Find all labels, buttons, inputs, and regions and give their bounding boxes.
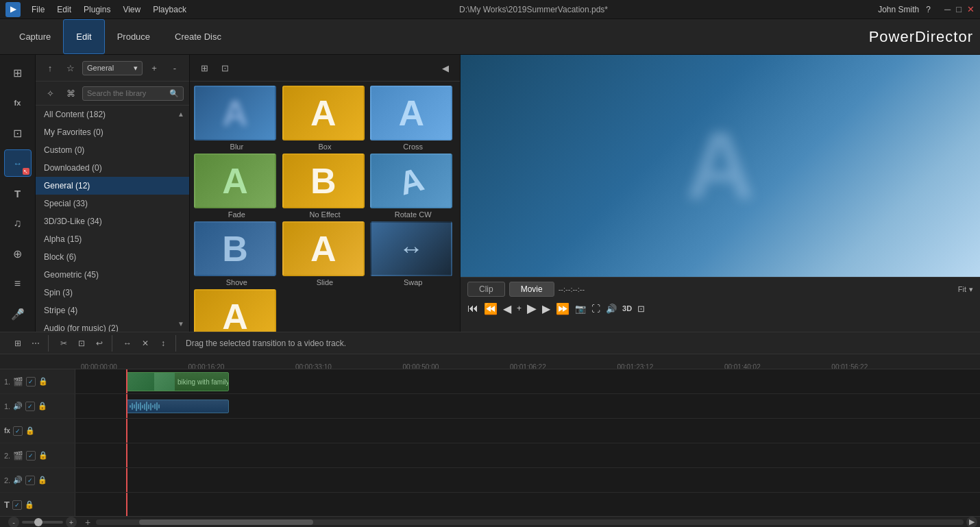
edit-btn[interactable]: Edit bbox=[63, 19, 104, 54]
pip-room-icon[interactable]: ⊡ bbox=[4, 119, 32, 147]
category-downloaded[interactable]: Downloaded (0) bbox=[36, 159, 189, 177]
prev-frame-btn[interactable]: ⏪ bbox=[484, 302, 498, 315]
transition-noeffect[interactable]: No Effect bbox=[282, 154, 368, 219]
zoom-in-btn[interactable]: + bbox=[66, 517, 77, 528]
category-3d[interactable]: 3D/3D-Like (34) bbox=[36, 212, 189, 230]
category-geometric[interactable]: Geometric (45) bbox=[36, 266, 189, 284]
track-lock-title[interactable]: 🔒 bbox=[25, 500, 34, 510]
transition-remove-btn[interactable]: ✕ bbox=[137, 335, 154, 352]
track-lock-1v[interactable]: 🔒 bbox=[38, 377, 48, 387]
clip-mode-btn[interactable]: Clip bbox=[467, 282, 505, 297]
video-clip-1[interactable]: biking with family time bbox=[126, 372, 229, 391]
menu-playback[interactable]: Playback bbox=[150, 3, 189, 16]
wand-icon[interactable]: ✧ bbox=[41, 84, 59, 102]
track-lock-2v[interactable]: 🔒 bbox=[38, 451, 48, 461]
title-room-icon[interactable]: T bbox=[4, 180, 32, 207]
transition-apply-btn[interactable]: ↔ bbox=[119, 335, 136, 352]
go-start-btn[interactable]: ⏮ bbox=[467, 302, 478, 315]
collapse-panel-btn[interactable]: ◀ bbox=[437, 59, 454, 77]
user-name[interactable]: John Smith bbox=[878, 5, 919, 14]
scrollbar-track[interactable] bbox=[96, 519, 964, 525]
category-favorites[interactable]: My Favorites (0) bbox=[36, 123, 189, 141]
snapshot-btn[interactable]: 📷 bbox=[575, 304, 586, 314]
add-btn[interactable]: + bbox=[145, 59, 163, 77]
grid-view-btn[interactable]: ⊞ bbox=[195, 59, 213, 77]
save-btn[interactable]: ☆ bbox=[62, 59, 79, 77]
produce-btn[interactable]: Produce bbox=[105, 19, 162, 54]
search-bar[interactable]: 🔍 bbox=[82, 86, 184, 101]
track-lock-fx[interactable]: 🔒 bbox=[25, 426, 35, 436]
zoom-out-btn[interactable]: - bbox=[8, 517, 19, 528]
timeline-home-btn[interactable]: ⊞ bbox=[10, 335, 26, 352]
import-btn[interactable]: ↑ bbox=[41, 59, 59, 77]
timeline-trim-btn[interactable]: ⊡ bbox=[73, 335, 90, 352]
transition-swap[interactable]: Swap bbox=[370, 221, 456, 286]
menu-edit[interactable]: Edit bbox=[54, 3, 74, 16]
voice-room-icon[interactable]: 🎤 bbox=[4, 300, 32, 328]
track-visibility-2a[interactable]: ✓ bbox=[25, 476, 35, 485]
scroll-down-arrow[interactable]: ▼ bbox=[175, 318, 186, 329]
movie-mode-btn[interactable]: Movie bbox=[509, 282, 554, 297]
subtitle-room-icon[interactable]: ≡ bbox=[4, 270, 32, 297]
track-lock-1a[interactable]: 🔒 bbox=[38, 402, 47, 411]
fx-room-icon[interactable]: fx bbox=[4, 89, 32, 117]
close-btn[interactable]: ✕ bbox=[967, 4, 975, 14]
category-spin[interactable]: Spin (3) bbox=[36, 284, 189, 302]
track-visibility-1v[interactable]: ✓ bbox=[26, 377, 36, 387]
category-block[interactable]: Block (6) bbox=[36, 248, 189, 266]
create-disc-btn[interactable]: Create Disc bbox=[162, 19, 234, 54]
search-input[interactable] bbox=[87, 89, 169, 97]
remove-btn[interactable]: - bbox=[166, 59, 184, 77]
3d-btn[interactable]: 3D bbox=[622, 304, 632, 312]
next-frame-btn[interactable]: ▶ bbox=[542, 302, 550, 315]
transition-shove[interactable]: Shove bbox=[194, 221, 280, 286]
fullscreen-btn[interactable]: ⛶ bbox=[591, 304, 600, 314]
category-custom[interactable]: Custom (0) bbox=[36, 141, 189, 159]
help-icon[interactable]: ? bbox=[926, 5, 931, 14]
transition-slide[interactable]: Slide bbox=[282, 221, 368, 286]
timeline-magnet-btn[interactable]: ⋯ bbox=[27, 335, 44, 352]
add-marker-btn[interactable]: + bbox=[517, 304, 522, 313]
back-btn[interactable]: ◀ bbox=[503, 302, 511, 315]
maximize-btn[interactable]: □ bbox=[956, 4, 961, 14]
add-track-btn[interactable]: + bbox=[85, 517, 90, 528]
volume-btn[interactable]: 🔊 bbox=[606, 304, 617, 314]
transition-type-btn[interactable]: ↕ bbox=[155, 335, 171, 352]
transition-more[interactable] bbox=[194, 289, 280, 332]
transition-box[interactable]: Box bbox=[282, 86, 368, 151]
minimize-btn[interactable]: ─ bbox=[944, 4, 951, 14]
menu-plugins[interactable]: Plugins bbox=[81, 3, 113, 16]
transition-cross[interactable]: Cross bbox=[370, 86, 456, 151]
track-visibility-title[interactable]: ✓ bbox=[12, 500, 22, 510]
transition-rotatecw[interactable]: Rotate CW bbox=[370, 154, 456, 219]
scroll-right-btn[interactable]: ▶ bbox=[966, 517, 977, 528]
track-visibility-fx[interactable]: ✓ bbox=[13, 426, 23, 436]
expand-view-btn[interactable]: ⊡ bbox=[216, 59, 234, 77]
audio-clip-1[interactable] bbox=[126, 400, 229, 413]
category-stripe[interactable]: Stripe (4) bbox=[36, 302, 189, 319]
external-btn[interactable]: ⊡ bbox=[637, 304, 645, 314]
media-room-icon[interactable]: ⊞ bbox=[4, 59, 32, 86]
category-alpha[interactable]: Alpha (15) bbox=[36, 230, 189, 248]
track-lock-2a[interactable]: 🔒 bbox=[38, 476, 47, 485]
menu-view[interactable]: View bbox=[120, 3, 143, 16]
filter-icon[interactable]: ⌘ bbox=[62, 84, 79, 102]
audio-room-icon[interactable]: ♫ bbox=[4, 210, 32, 237]
scroll-up-arrow[interactable]: ▲ bbox=[175, 108, 186, 119]
category-dropdown[interactable]: General ▾ bbox=[82, 61, 143, 75]
scrollbar-thumb[interactable] bbox=[139, 519, 313, 525]
transition-fade[interactable]: Fade bbox=[194, 154, 280, 219]
timeline-split-btn[interactable]: ✂ bbox=[56, 335, 72, 352]
fit-dropdown[interactable]: Fit ▾ bbox=[958, 285, 973, 294]
capture-btn[interactable]: Capture bbox=[7, 19, 63, 54]
play-btn[interactable]: ▶ bbox=[527, 301, 537, 316]
transition-blur[interactable]: Blur bbox=[194, 86, 280, 151]
transition-room-icon[interactable]: ↔ ↖ bbox=[4, 149, 32, 177]
category-audio[interactable]: Audio (for music) (2) bbox=[36, 319, 189, 332]
track-visibility-1a[interactable]: ✓ bbox=[25, 402, 35, 411]
category-special[interactable]: Special (33) bbox=[36, 195, 189, 212]
timeline-undo-btn[interactable]: ↩ bbox=[91, 335, 108, 352]
menu-file[interactable]: File bbox=[29, 3, 47, 16]
category-all[interactable]: All Content (182) bbox=[36, 106, 189, 123]
fast-forward-btn[interactable]: ⏩ bbox=[556, 302, 569, 315]
